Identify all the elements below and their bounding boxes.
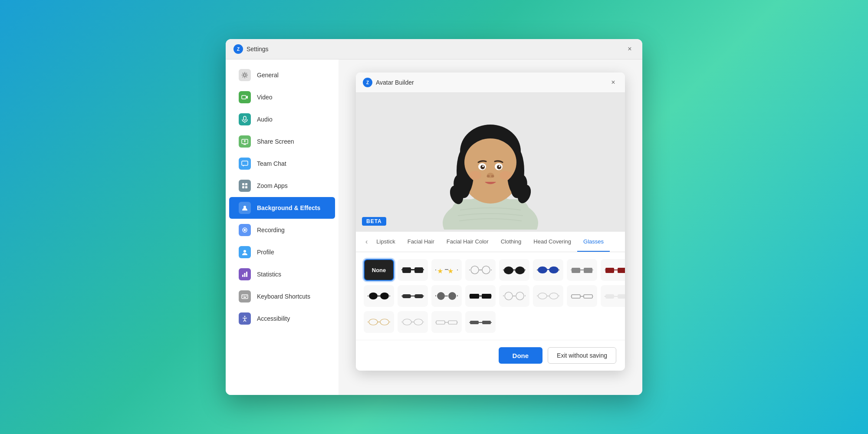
glasses-g6[interactable] [567,259,597,281]
sidebar-item-team-chat[interactable]: Team Chat [229,153,335,174]
svg-rect-121 [571,296,572,297]
tab-lipstick[interactable]: Lipstick [370,232,401,252]
svg-rect-131 [368,322,368,322]
glasses-g8-icon [368,290,390,302]
avatar-builder-close-button[interactable]: × [608,78,618,87]
svg-point-0 [243,74,246,76]
glasses-g15[interactable] [601,285,625,307]
svg-rect-126 [605,296,605,297]
svg-rect-115 [546,296,549,296]
svg-rect-61 [435,270,436,270]
glasses-g1[interactable] [398,259,428,281]
glasses-g1-icon [401,264,424,276]
tabs-prev-chevron[interactable]: ‹ [363,232,370,252]
glasses-g14[interactable] [567,285,597,307]
glasses-g3[interactable] [465,259,496,281]
glasses-g9[interactable] [398,285,428,307]
sidebar-item-accessibility[interactable]: Accessibility [229,308,335,329]
sidebar-item-general[interactable]: General [229,64,335,86]
svg-point-114 [549,293,558,299]
sidebar-item-keyboard[interactable]: Keyboard Shortcuts [229,286,335,307]
svg-rect-78 [572,268,580,273]
svg-rect-130 [377,322,380,322]
glasses-g2[interactable]: ★ ★ [431,259,462,281]
glasses-g15-icon [605,290,625,302]
glasses-g7-icon [605,264,625,276]
svg-rect-93 [402,294,411,298]
glasses-none[interactable]: none [364,259,394,281]
svg-rect-23 [246,296,247,296]
glasses-g7[interactable] [601,259,625,281]
glasses-g18[interactable] [431,311,462,333]
glasses-g6-icon [571,264,593,276]
svg-rect-104 [482,294,491,299]
sidebar-item-profile[interactable]: Profile [229,241,335,263]
svg-rect-21 [243,296,243,296]
svg-point-134 [414,319,423,325]
svg-rect-19 [246,272,247,277]
svg-rect-147 [491,322,492,323]
sidebar-item-share-screen[interactable]: Share Screen [229,131,335,152]
svg-rect-96 [401,296,402,296]
tab-clothing[interactable]: Clothing [495,232,528,252]
tab-head-covering[interactable]: Head Covering [527,232,577,252]
glasses-g5[interactable] [533,259,563,281]
glasses-g19[interactable] [465,311,496,333]
svg-rect-124 [618,294,625,299]
svg-point-133 [403,319,411,325]
svg-point-89 [380,293,389,299]
svg-rect-24 [243,297,246,298]
svg-rect-54 [414,267,423,273]
svg-rect-82 [592,270,593,270]
svg-rect-125 [614,296,618,297]
glasses-g2-icon: ★ ★ [435,264,458,276]
sidebar-item-recording[interactable]: Recording [229,219,335,241]
glasses-g16-icon [368,316,390,328]
svg-text:★: ★ [437,267,443,275]
avatar-actions: Done Exit without saving [356,340,625,371]
svg-point-88 [369,293,378,299]
svg-rect-117 [559,295,559,296]
sidebar-icon-bg-effects [239,202,251,214]
sidebar-icon-zoom-apps [239,180,251,192]
sidebar-item-audio[interactable]: Audio [229,108,335,130]
tab-facial-hair-color[interactable]: Facial Hair Color [441,232,495,252]
glasses-g8[interactable] [364,285,394,307]
glasses-g19-icon [469,316,492,328]
svg-rect-142 [457,322,458,322]
tab-facial-hair[interactable]: Facial Hair [401,232,441,252]
glasses-g16[interactable] [364,311,394,333]
sidebar-item-bg-effects[interactable]: Background & Effects [229,197,335,219]
svg-point-128 [369,319,378,325]
svg-rect-22 [244,296,245,296]
svg-rect-11 [242,186,244,188]
glasses-g13[interactable] [533,285,563,307]
svg-rect-132 [389,322,390,322]
sidebar-item-video[interactable]: Video [229,86,335,108]
glasses-g11[interactable] [465,285,496,307]
svg-rect-136 [401,322,402,322]
svg-rect-135 [411,322,414,322]
done-button[interactable]: Done [499,347,543,364]
svg-rect-10 [245,183,247,185]
sidebar-item-statistics[interactable]: Statistics [229,263,335,285]
svg-rect-138 [436,321,445,324]
sidebar: GeneralVideoAudioShare ScreenTeam ChatZo… [226,59,339,395]
main-content: Z Avatar Builder × [339,59,642,395]
settings-close-button[interactable]: × [625,44,635,54]
glasses-g18-icon [435,316,458,328]
glasses-g12[interactable] [499,285,529,307]
svg-point-50 [491,175,494,178]
svg-rect-84 [618,268,625,273]
sidebar-item-zoom-apps[interactable]: Zoom Apps [229,175,335,197]
svg-point-98 [437,292,445,300]
svg-point-73 [538,266,547,273]
tab-glasses[interactable]: Glasses [577,232,610,252]
svg-rect-92 [389,296,390,296]
glasses-g4[interactable] [499,259,529,281]
exit-without-saving-button[interactable]: Exit without saving [548,347,616,364]
glasses-row-1: none [364,259,617,281]
svg-point-129 [380,319,389,325]
glasses-g17[interactable] [398,311,428,333]
glasses-g10[interactable] [431,285,462,307]
